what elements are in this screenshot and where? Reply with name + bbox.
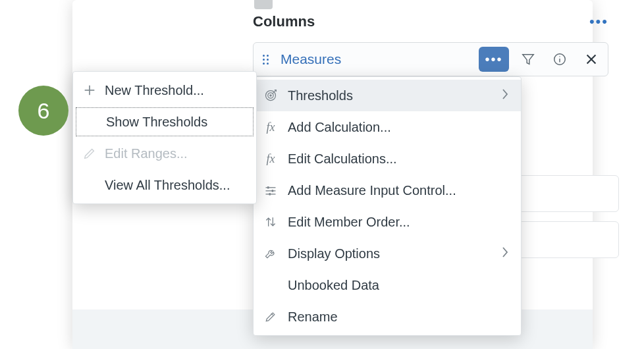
menu-item-add-calculation[interactable]: fx Add Calculation... bbox=[254, 111, 521, 143]
menu-label: Unbooked Data bbox=[288, 278, 509, 293]
measures-token[interactable]: Measures ••• bbox=[253, 42, 608, 76]
menu-label: Add Measure Input Control... bbox=[288, 183, 509, 198]
plus-icon bbox=[82, 83, 97, 97]
submenu-item-show-thresholds[interactable]: Show Thresholds bbox=[74, 106, 255, 138]
close-icon[interactable] bbox=[579, 47, 604, 72]
menu-label: Thresholds bbox=[288, 88, 492, 103]
pencil-icon bbox=[82, 146, 97, 161]
menu-item-display-options[interactable]: Display Options bbox=[254, 238, 521, 269]
menu-label: Rename bbox=[288, 309, 509, 325]
measures-context-menu: Thresholds fx Add Calculation... fx Edit… bbox=[253, 76, 522, 336]
svg-rect-10 bbox=[267, 186, 269, 188]
target-icon bbox=[263, 88, 279, 103]
measures-more-button[interactable]: ••• bbox=[479, 47, 509, 72]
menu-label: Add Calculation... bbox=[288, 120, 509, 135]
submenu-label: Show Thresholds bbox=[106, 115, 207, 130]
thresholds-submenu: New Threshold... Show Thresholds Edit Ra… bbox=[72, 71, 257, 204]
menu-label: Edit Calculations... bbox=[288, 151, 509, 167]
submenu-label: View All Thresholds... bbox=[105, 178, 230, 193]
menu-item-edit-calculations[interactable]: fx Edit Calculations... bbox=[254, 143, 521, 174]
svg-point-2 bbox=[559, 56, 560, 57]
menu-label: Edit Member Order... bbox=[288, 215, 509, 230]
svg-rect-12 bbox=[272, 190, 274, 192]
svg-rect-14 bbox=[269, 193, 271, 195]
columns-title: Columns bbox=[253, 13, 589, 30]
submenu-item-edit-ranges: Edit Ranges... bbox=[73, 138, 256, 169]
step-number: 6 bbox=[38, 98, 50, 124]
step-badge: 6 bbox=[18, 86, 68, 136]
sliders-icon bbox=[263, 182, 279, 198]
columns-header: Columns ••• bbox=[253, 13, 608, 30]
fx-icon: fx bbox=[263, 119, 279, 135]
submenu-item-view-all-thresholds[interactable]: View All Thresholds... bbox=[73, 169, 256, 201]
menu-item-unbooked-data[interactable]: Unbooked Data bbox=[254, 269, 521, 301]
menu-item-rename[interactable]: Rename bbox=[254, 301, 521, 333]
columns-more-icon[interactable]: ••• bbox=[589, 13, 608, 30]
wrench-icon bbox=[263, 246, 279, 261]
chevron-right-icon bbox=[501, 246, 509, 261]
pencil-icon bbox=[263, 309, 279, 325]
empty-icon bbox=[263, 277, 279, 293]
filter-icon[interactable] bbox=[516, 47, 541, 72]
submenu-label: Edit Ranges... bbox=[105, 146, 188, 161]
drag-handle-icon[interactable] bbox=[263, 55, 269, 65]
menu-label: Display Options bbox=[288, 246, 492, 261]
fx-icon: fx bbox=[263, 151, 279, 167]
menu-item-thresholds[interactable]: Thresholds bbox=[254, 80, 521, 111]
info-icon[interactable] bbox=[547, 47, 572, 72]
submenu-label: New Threshold... bbox=[105, 83, 204, 98]
menu-item-add-measure-input-control[interactable]: Add Measure Input Control... bbox=[254, 174, 521, 206]
measures-label: Measures bbox=[275, 51, 472, 67]
menu-item-edit-member-order[interactable]: Edit Member Order... bbox=[254, 206, 521, 238]
chevron-right-icon bbox=[501, 88, 509, 103]
svg-point-7 bbox=[270, 95, 271, 96]
up-down-arrows-icon bbox=[263, 214, 279, 230]
panel-resize-handle[interactable] bbox=[254, 0, 273, 9]
submenu-item-new-threshold[interactable]: New Threshold... bbox=[73, 74, 256, 106]
